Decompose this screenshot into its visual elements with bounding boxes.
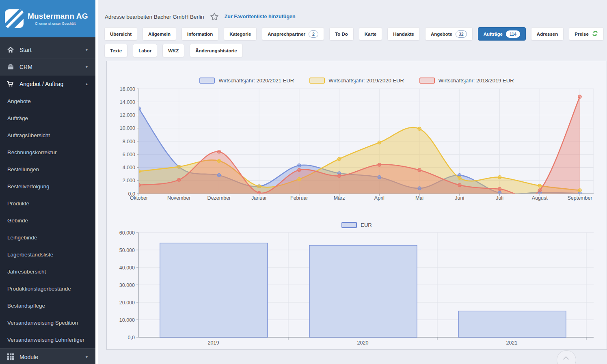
sidebar-item-gebinde[interactable]: Gebinde	[0, 212, 95, 229]
sidebar-item-bestellungen[interactable]: Bestellungen	[0, 161, 95, 178]
sidebar-item-leihgebinde[interactable]: Leihgebinde	[0, 229, 95, 246]
x-axis-month-label: März	[334, 195, 345, 201]
sidebar-subitem-label: Rechnungskorrektur	[7, 149, 57, 155]
sidebar-subitem-label: Bestandspflege	[7, 303, 45, 309]
x-axis-year-label: 2021	[506, 340, 518, 346]
y-axis-tick-label: 40.000	[119, 265, 135, 271]
sidebar: Mustermann AG Chemie ist unser Geschäft …	[0, 0, 95, 364]
tab-label: Ansprechpartner	[268, 32, 305, 37]
brand[interactable]: Mustermann AG Chemie ist unser Geschäft	[0, 0, 95, 37]
tab-handakte[interactable]: Handakte	[387, 27, 420, 41]
add-to-favorites-link[interactable]: Zur Favoritenliste hinzufügen	[225, 14, 296, 19]
sidebar-subitem-label: Versandanweisung Spedition	[7, 320, 78, 326]
company-logo-icon	[5, 9, 24, 28]
sidebar-subitem-label: Produkte	[7, 200, 29, 207]
sync-icon	[592, 31, 598, 37]
x-axis-month-label: Januar	[251, 195, 267, 201]
sidebar-subitem-label: Produktionslagerbestände	[7, 286, 71, 292]
tab-bersicht[interactable]: Übersicht	[104, 27, 137, 41]
tab-wkz[interactable]: WKZ	[162, 44, 184, 57]
x-axis-month-label: November	[167, 195, 191, 201]
bar-series-eur: 201920202021	[160, 243, 566, 346]
sidebar-item-auftrags-bersicht[interactable]: Auftragsübersicht	[0, 127, 95, 144]
sidebar-item-angebot-auftrag[interactable]: Angebot / Auftrag▲	[0, 75, 95, 93]
y-axis-tick-label: 14.000	[120, 99, 135, 105]
sidebar-item-jahres-bersicht[interactable]: Jahresübersicht	[0, 263, 95, 280]
bar-2021	[458, 311, 566, 338]
charts-panel: Wirtschaftsjahr: 2020/2021 EURWirtschaft…	[106, 61, 607, 350]
sidebar-item-module[interactable]: Module▼	[0, 348, 95, 364]
chevron-down-icon: ▼	[85, 355, 89, 359]
briefcase-icon	[7, 63, 14, 71]
tab-label: Preise	[575, 32, 589, 37]
y-axis-tick-label: 10.000	[119, 317, 135, 323]
tabs-row-2: TexteLaborWKZÄnderungshistorie	[104, 44, 243, 57]
brand-name: Mustermann AG	[28, 12, 88, 21]
y-axis-tick-label: 0,0	[128, 335, 135, 340]
tab-allgemein[interactable]: Allgemein	[143, 27, 176, 41]
x-axis-month-label: April	[374, 195, 385, 201]
page-header: Adresse bearbeiten Bacher GmbH Berlin Zu…	[105, 11, 296, 22]
scroll-indicator[interactable]	[557, 350, 576, 364]
fiscal-year-line-chart: 0,02.0004.0006.0008.00010.00012.00014.00…	[107, 83, 607, 223]
y-axis-tick-label: 20.000	[119, 300, 135, 306]
legend-item-eur: EUR	[341, 222, 372, 228]
bar-2019	[160, 243, 268, 337]
tab-preise[interactable]: Preise	[569, 27, 604, 41]
tab-badge: 2	[309, 30, 318, 38]
x-axis-month-label: August	[532, 195, 548, 201]
sidebar-item-label: CRM	[19, 64, 32, 70]
tab-to-do[interactable]: To Do	[329, 27, 354, 41]
tab-label: Karte	[365, 32, 376, 37]
x-axis-month-label: Juni	[455, 195, 464, 201]
tab-kategorie[interactable]: Kategorie	[224, 27, 257, 41]
sidebar-item-angebote[interactable]: Angebote	[0, 93, 95, 110]
tab-label: WKZ	[168, 48, 179, 53]
sidebar-item-versandanweisung-lohnfertiger[interactable]: Versandanweisung Lohnfertiger	[0, 331, 95, 348]
tab-label: Angebote	[431, 32, 452, 37]
sidebar-item-versandanweisung-spedition[interactable]: Versandanweisung Spedition	[0, 314, 95, 331]
tab-adressen[interactable]: Adressen	[531, 27, 564, 41]
sidebar-item-bestellverfolgung[interactable]: Bestellverfolgung	[0, 178, 95, 195]
brand-text: Mustermann AG Chemie ist unser Geschäft	[28, 12, 88, 26]
sidebar-item-produktionslagerbest-nde[interactable]: Produktionslagerbestände	[0, 280, 95, 297]
bar-2020	[309, 245, 417, 337]
x-axis-year-label: 2019	[208, 340, 219, 346]
tab-label: Adressen	[537, 32, 558, 37]
x-axis-month-label: Februar	[290, 195, 308, 201]
sidebar-item-auftr-ge[interactable]: Aufträge	[0, 110, 95, 127]
sidebar-subitem-label: Gebinde	[7, 218, 28, 224]
tab-texte[interactable]: Texte	[104, 44, 127, 57]
favorite-star-icon[interactable]	[209, 11, 220, 22]
sidebar-subitem-label: Versandanweisung Lohnfertiger	[7, 337, 84, 343]
tab-karte[interactable]: Karte	[359, 27, 382, 41]
home-icon	[7, 46, 14, 54]
sidebar-item-crm[interactable]: CRM▼	[0, 58, 95, 75]
tab-auftr-ge[interactable]: Aufträge114	[478, 27, 526, 41]
sidebar-item-rechnungskorrektur[interactable]: Rechnungskorrektur	[0, 144, 95, 161]
sidebar-subitem-label: Bestellungen	[7, 166, 39, 172]
x-axis-year-label: 2020	[357, 340, 369, 346]
sidebar-item-produkte[interactable]: Produkte	[0, 195, 95, 212]
tab-label: Information	[187, 32, 213, 37]
x-axis-month-label: September	[567, 195, 592, 201]
tab-ansprechpartner[interactable]: Ansprechpartner2	[262, 27, 324, 41]
tab-label: To Do	[335, 32, 348, 37]
tab-angebote[interactable]: Angebote32	[425, 27, 473, 41]
chevron-down-icon: ▼	[85, 65, 89, 69]
sidebar-subitem-label: Bestellverfolgung	[7, 183, 50, 190]
y-axis-tick-label: 6.000	[123, 152, 135, 157]
tab-label: Handakte	[393, 32, 414, 37]
sidebar-subitem-label: Jahresübersicht	[7, 269, 46, 275]
tab-nderungshistorie[interactable]: Änderungshistorie	[190, 44, 242, 57]
tab-badge: 32	[456, 30, 467, 38]
sidebar-item-bestandspflege[interactable]: Bestandspflege	[0, 297, 95, 314]
sidebar-item-label: Start	[19, 47, 32, 53]
sidebar-item-lagerbestandsliste[interactable]: Lagerbestandsliste	[0, 246, 95, 263]
tab-labor[interactable]: Labor	[133, 44, 157, 57]
grid-icon	[7, 353, 14, 361]
tab-label: Übersicht	[110, 32, 132, 37]
tab-label: Labor	[138, 48, 151, 53]
tab-information[interactable]: Information	[181, 27, 218, 41]
sidebar-item-start[interactable]: Start▼	[0, 41, 95, 58]
